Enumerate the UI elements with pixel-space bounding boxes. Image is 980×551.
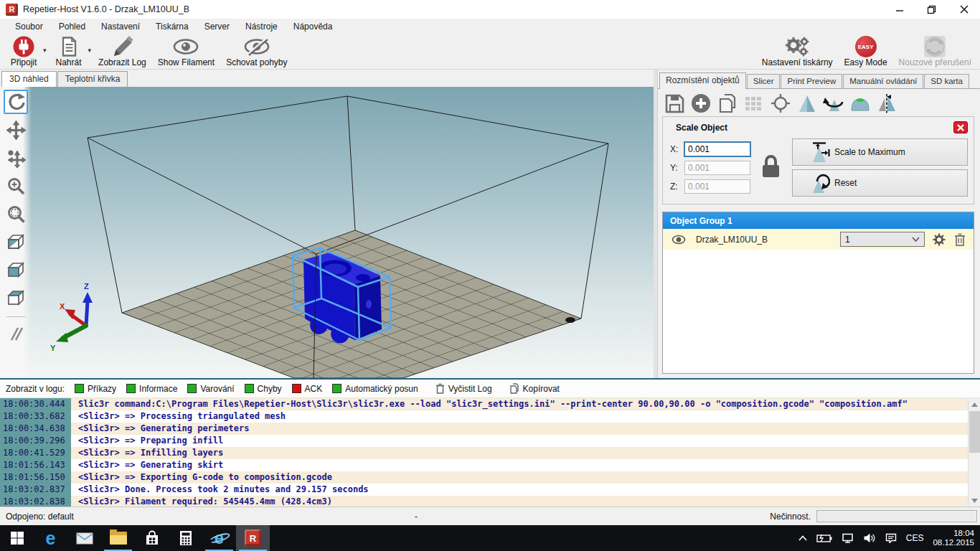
printer-settings-button[interactable]: Nastavení tiskárny [756,34,839,69]
clear-log-button[interactable]: Vyčistit Log [435,383,492,394]
zoom-in-button[interactable] [4,174,28,198]
connect-button[interactable]: Připojit [3,34,44,69]
autoposition-grid-button[interactable] [743,93,765,114]
copy-object-button[interactable] [717,93,738,114]
menu-item-server[interactable]: Server [197,20,237,33]
log-output[interactable]: 18:00:30.444Slic3r command:C:\Program Fi… [0,398,980,507]
copies-dropdown[interactable]: 1 [840,232,925,247]
add-object-button[interactable] [690,93,712,114]
filter-color-box [187,384,197,393]
restore-button[interactable] [915,0,948,19]
log-filter-commands[interactable]: Příkazy [75,384,116,394]
tray-language[interactable]: CES [906,533,924,543]
copy-log-button[interactable]: Kopírovat [509,383,560,394]
load-button[interactable]: Nahrát [48,34,90,69]
tab-temperature-curve[interactable]: Teplotní křivka [57,71,128,87]
reset-scale-button[interactable]: Reset [792,169,968,197]
object-settings-gear-icon[interactable] [932,232,946,247]
scale-to-maximum-icon [809,141,830,163]
system-tray: CES 18:04 08.12.2015 [798,525,980,551]
taskbar-store[interactable] [135,525,169,551]
object-delete-trash-icon[interactable] [953,232,966,247]
show-log-button[interactable]: Zobrazit Log [93,34,152,69]
tray-clock[interactable]: 18:04 08.12.2015 [933,529,974,547]
connect-dropdown-arrow[interactable]: ▾ [43,47,47,54]
menu-item-pohled[interactable]: Pohled [51,20,93,33]
tray-battery-icon[interactable] [816,534,832,542]
scale-panel-close-button[interactable] [953,121,968,133]
tab-object-placement[interactable]: Rozmístění objektů [659,72,746,89]
log-row: 18:00:30.444Slic3r command:C:\Program Fi… [0,398,980,410]
taskbar-calculator[interactable] [169,525,202,551]
fit-view-button[interactable] [4,202,28,226]
front-view-button[interactable] [4,258,28,282]
easy-mode-icon: EASY [855,36,877,57]
scroll-down-arrow[interactable] [969,494,980,507]
store-icon [144,530,160,546]
scrollbar-thumb[interactable] [969,411,980,453]
save-button[interactable] [664,93,685,114]
tray-action-center-icon[interactable] [885,533,897,543]
minimize-button[interactable] [883,0,915,19]
center-object-button[interactable] [770,93,791,114]
object-group-header[interactable]: Object Group 1 [663,212,974,229]
scale-object-button[interactable] [796,93,818,114]
rotate-object-button[interactable] [823,93,844,114]
taskbar-internet-explorer[interactable]: e [202,525,236,551]
menu-item-tiskarna[interactable]: Tiskárna [148,20,197,33]
tray-volume-icon[interactable] [864,533,876,543]
menu-item-nastaveni[interactable]: Nastavení [93,20,148,33]
tray-network-icon[interactable] [842,533,854,543]
tab-print-preview[interactable]: Print Preview [781,74,842,88]
log-filter-errors[interactable]: Chyby [245,384,282,394]
log-scrollbar[interactable] [968,398,980,507]
taskbar-mail[interactable] [67,525,101,551]
log-filter-ack[interactable]: ACK [292,384,323,394]
easy-mode-button[interactable]: EASY Easy Mode [839,34,893,69]
show-filament-button[interactable]: Show Filament [152,34,220,69]
viewport-3d-scene[interactable]: X Y Z [0,87,654,378]
menu-item-napoveda[interactable]: Nápověda [286,20,341,33]
menu-item-nastroje[interactable]: Nástroje [237,20,286,33]
reset-scale-label: Reset [834,178,857,188]
parallel-projection-button[interactable] [4,321,28,346]
menu-item-soubor[interactable]: Soubor [7,20,51,33]
load-dropdown-arrow[interactable]: ▾ [88,47,92,54]
tab-manual-control[interactable]: Manuální ovládání [843,74,923,88]
viewport-3d[interactable]: X Y Z [0,87,654,378]
scale-object-panel: Scale Object X: Y: [662,116,974,204]
rotate-view-button[interactable] [4,90,28,114]
scroll-up-arrow[interactable] [969,398,980,410]
isometric-view-button[interactable] [4,230,28,254]
scale-x-input[interactable] [684,142,750,156]
scale-to-maximum-button[interactable]: Scale to Maximum [792,138,968,166]
tray-chevron-up-icon[interactable] [798,535,807,541]
taskbar-file-explorer[interactable] [101,525,135,551]
taskbar-edge[interactable]: e [34,525,67,551]
object-list: Object Group 1 Drzak_LM10UU_B 1 [662,212,974,374]
tab-slicer[interactable]: Slicer [747,74,781,88]
move-view-button[interactable] [4,118,28,142]
viewport-toolbar [0,87,32,378]
log-filter-info[interactable]: Informace [126,384,177,394]
tab-sd-card[interactable]: SD karta [924,74,969,88]
tab-3d-preview[interactable]: 3D náhled [1,71,57,88]
close-button[interactable] [948,0,980,19]
top-view-button[interactable] [4,286,28,310]
log-row: 18:00:33.682<Slic3r> => Processing trian… [0,410,980,423]
object-row[interactable]: Drzak_LM10UU_B 1 [663,229,974,250]
object-visibility-eye-icon[interactable] [672,235,686,245]
cut-object-button[interactable] [876,93,897,114]
move-view-icon [6,121,26,140]
log-filter-autoscroll[interactable]: Automatický posun [332,384,418,394]
scale-x-label: X: [670,144,680,154]
title-bar: R Repetier-Host V1.6.0 - Drzak_LM10UU_B [0,0,980,19]
hide-travel-button[interactable]: Schovat pohyby [220,34,293,69]
lay-flat-button[interactable] [849,93,871,114]
log-filter-warnings[interactable]: Varování [187,384,234,394]
lock-aspect-button[interactable] [759,154,782,182]
parallel-projection-icon [6,324,26,344]
start-button[interactable] [0,525,34,551]
move-object-button[interactable] [4,146,28,170]
taskbar-repetier-host[interactable]: R [236,525,270,551]
